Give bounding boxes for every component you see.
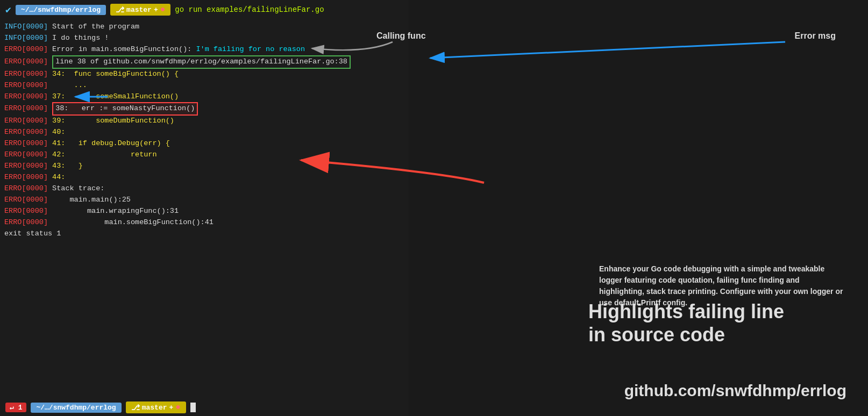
log-text — [48, 103, 52, 114]
log-prefix: ERRO[0000] — [4, 116, 48, 127]
log-text: ... — [48, 80, 87, 91]
log-prefix: ERRO[0000] — [4, 91, 48, 103]
dot-icon: ● — [160, 5, 166, 15]
log-text: 41: if debug.Debug(err) { — [48, 138, 170, 149]
checkmark-icon: ✔ — [5, 4, 11, 16]
terminal-line: ERRO[0000] 41: if debug.Debug(err) { — [4, 138, 404, 149]
path-badge: ~/…/snwfdhmp/errlog — [16, 5, 106, 15]
log-text: Start of the program — [48, 21, 139, 33]
plus-icon: + — [154, 6, 158, 14]
log-text: main.main():25 — [48, 195, 131, 206]
terminal-line: ERRO[0000] Stack trace: — [4, 183, 404, 195]
terminal-line: ERRO[0000] 37: someSmallFunction() — [4, 91, 404, 103]
log-text: main.wrapingFunc():31 — [48, 206, 179, 217]
plus-icon-bottom: + — [169, 404, 173, 412]
terminal-line: ERRO[0000] main.someBigFunction():41 — [4, 217, 404, 228]
log-prefix: ERRO[0000] — [4, 127, 48, 138]
log-prefix: ERRO[0000] — [4, 172, 48, 183]
error-msg-label: Error msg — [795, 31, 836, 41]
terminal-line: INFO[0000] I do things ! — [4, 33, 404, 44]
log-prefix: ERRO[0000] — [4, 195, 48, 206]
calling-func-label: Calling func — [376, 31, 426, 41]
terminal-line: ERRO[0000] 43: } — [4, 161, 404, 172]
green-bordered-path: line 38 of github.com/snwfdhmp/errlog/ex… — [52, 55, 351, 69]
log-prefix: ERRO[0000] — [4, 206, 48, 217]
log-text: 44: — [48, 172, 65, 183]
log-text: I do things ! — [48, 33, 109, 44]
branch-name: master — [126, 6, 152, 14]
log-text: 40: — [48, 127, 65, 138]
terminal-line: ERRO[0000] 44: — [4, 172, 404, 183]
description-text: Enhance your Go code debugging with a si… — [599, 264, 843, 307]
top-bar: ✔ ~/…/snwfdhmp/errlog ⎇ master + ● go ru… — [0, 0, 409, 19]
log-text: Stack trace: — [48, 183, 104, 195]
path-badge-bottom: ~/…/snwfdhmp/errlog — [31, 403, 121, 413]
error-message: I'm failing for no reason — [196, 44, 305, 55]
bottom-bar: ↵ 1 ~/…/snwfdhmp/errlog ⎇ master + ● — [0, 399, 409, 416]
terminal-window: ✔ ~/…/snwfdhmp/errlog ⎇ master + ● go ru… — [0, 0, 409, 416]
command-text: go run examples/failingLineFar.go — [175, 5, 324, 14]
log-prefix: ERRO[0000] — [4, 161, 48, 172]
git-icon-bottom: ⎇ — [131, 403, 140, 412]
description-label: Enhance your Go code debugging with a si… — [599, 263, 846, 309]
log-text: 37: someSmallFunction() — [48, 91, 179, 103]
log-text: 39: someDumbFunction() — [48, 116, 174, 127]
log-prefix: INFO[0000] — [4, 33, 48, 44]
return-badge: ↵ 1 — [5, 403, 26, 412]
log-prefix: ERRO[0000] — [4, 183, 48, 195]
terminal-line: exit status 1 — [4, 228, 404, 240]
log-prefix: ERRO[0000] — [4, 149, 48, 161]
log-text: 43: } — [48, 161, 83, 172]
terminal-line: INFO[0000] Start of the program — [4, 21, 404, 33]
log-prefix: ERRO[0000] — [4, 80, 48, 91]
terminal-line: ERRO[0000] 42: return — [4, 149, 404, 161]
terminal-line: ERRO[0000] 39: someDumbFunction() — [4, 116, 404, 127]
branch-badge: ⎇ master + ● — [110, 4, 170, 16]
branch-name-bottom: master — [142, 404, 167, 412]
log-prefix: ERRO[0000] — [4, 44, 48, 55]
terminal-line: ERRO[0000] ... — [4, 80, 404, 91]
terminal-line-failing: ERRO[0000] 38: err := someNastyFunction(… — [4, 102, 404, 116]
log-prefix: ERRO[0000] — [4, 103, 48, 114]
terminal-line: ERRO[0000] line 38 of github.com/snwfdhm… — [4, 55, 404, 69]
git-icon: ⎇ — [116, 5, 124, 15]
red-bordered-line: 38: err := someNastyFunction() — [52, 102, 198, 116]
terminal-line: ERRO[0000] main.wrapingFunc():31 — [4, 206, 404, 217]
branch-badge-bottom: ⎇ master + ● — [126, 401, 186, 413]
log-prefix: ERRO[0000] — [4, 56, 48, 68]
log-prefix: INFO[0000] — [4, 21, 48, 33]
log-prefix: ERRO[0000] — [4, 69, 48, 80]
dot-icon-bottom: ● — [175, 403, 181, 412]
terminal-line: ERRO[0000] 34: func someBigFunction() { — [4, 69, 404, 80]
terminal-line: ERRO[0000] Error in main.someBigFunction… — [4, 44, 404, 55]
log-text: main.someBigFunction():41 — [48, 217, 214, 228]
cursor — [190, 403, 196, 412]
terminal-content: INFO[0000] Start of the program INFO[000… — [0, 19, 409, 242]
log-text: exit status 1 — [4, 228, 61, 240]
log-prefix: ERRO[0000] — [4, 217, 48, 228]
github-label: github.com/snwfdhmp/errlog — [624, 382, 846, 400]
terminal-line: ERRO[0000] 40: — [4, 127, 404, 138]
log-text: Error in main.someBigFunction(): — [48, 44, 196, 55]
terminal-line: ERRO[0000] main.main():25 — [4, 195, 404, 206]
log-prefix: ERRO[0000] — [4, 138, 48, 149]
log-text — [48, 56, 52, 68]
log-text: 42: return — [48, 149, 157, 161]
log-text: 34: func someBigFunction() { — [48, 69, 179, 80]
